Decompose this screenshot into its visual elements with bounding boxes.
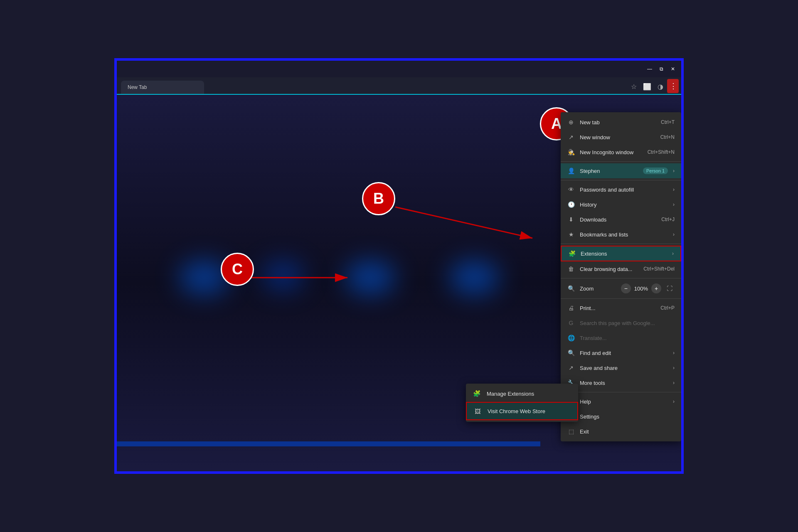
zoom-fullscreen-icon[interactable]: ⛶ (665, 283, 675, 293)
blur-shape-4 (449, 261, 499, 294)
print-icon: 🖨 (567, 304, 575, 312)
main-content: A B C ⊕ New tab Ctrl+T ↗ New window Ctrl… (117, 95, 681, 471)
downloads-shortcut: Ctrl+J (661, 217, 675, 222)
help-label: Help (580, 399, 668, 405)
divider-2 (561, 180, 681, 180)
blur-shape-2 (262, 261, 304, 290)
restore-button[interactable]: ⧉ (657, 65, 665, 73)
bookmarks-arrow-icon: › (673, 232, 675, 237)
search-page-label: Search this page with Google... (580, 320, 675, 326)
incognito-label: New Incognito window (580, 149, 643, 155)
submenu-visit-store[interactable]: 🖼 Visit Chrome Web Store (466, 402, 578, 420)
user-icon[interactable]: ◑ (656, 82, 665, 91)
divider-4 (561, 278, 681, 278)
exit-label: Exit (580, 429, 675, 435)
clear-icon: 🗑 (567, 265, 575, 273)
more-tools-label: More tools (580, 380, 668, 386)
incognito-icon: 🕵 (567, 148, 575, 156)
menu-translate[interactable]: 🌐 Translate... (561, 330, 681, 345)
downloads-label: Downloads (580, 217, 656, 223)
profile-arrow-icon: › (673, 168, 675, 174)
three-dots-button[interactable]: ⋮ (667, 79, 679, 93)
find-edit-arrow-icon: › (673, 350, 675, 356)
extensions-arrow-icon: › (672, 251, 674, 256)
extensions-icon: 🧩 (568, 250, 576, 257)
password-icon: 👁 (567, 186, 575, 193)
passwords-arrow-icon: › (673, 187, 675, 192)
bookmarks-icon: ★ (567, 231, 575, 238)
menu-new-tab[interactable]: ⊕ New tab Ctrl+T (561, 115, 681, 130)
divider-1 (561, 161, 681, 162)
blur-shape-3 (345, 261, 395, 294)
passwords-label: Passwords and autofill (580, 187, 668, 193)
divider-3 (561, 244, 681, 244)
clear-browsing-shortcut: Ctrl+Shift+Del (643, 266, 675, 272)
menu-profile[interactable]: 👤 Stephen Person 1 › (561, 163, 681, 178)
tab-title: New Tab (128, 84, 147, 90)
menu-find-edit[interactable]: 🔍 Find and edit › (561, 345, 681, 360)
zoom-icon: 🔍 (567, 285, 575, 292)
more-tools-arrow-icon: › (673, 380, 675, 386)
help-arrow-icon: › (673, 399, 675, 404)
menu-search-page[interactable]: G Search this page with Google... (561, 315, 681, 330)
annotation-circle-b: B (362, 182, 395, 215)
bookmarks-label: Bookmarks and lists (580, 232, 668, 238)
extension-icon[interactable]: ⬜ (643, 82, 651, 91)
new-window-icon: ↗ (567, 133, 575, 141)
menu-passwords[interactable]: 👁 Passwords and autofill › (561, 182, 681, 197)
menu-help[interactable]: ? Help › (561, 394, 681, 409)
profile-icon: 👤 (567, 167, 575, 175)
manage-extensions-label: Manage Extensions (487, 391, 571, 397)
menu-new-window[interactable]: ↗ New window Ctrl+N (561, 130, 681, 145)
visit-store-label: Visit Chrome Web Store (488, 408, 571, 414)
translate-label: Translate... (580, 335, 675, 341)
translate-icon: 🌐 (567, 334, 575, 342)
incognito-shortcut: Ctrl+Shift+N (648, 149, 675, 155)
title-bar: — ⧉ ✕ (117, 61, 681, 77)
bookmark-icon[interactable]: ☆ (630, 82, 638, 91)
submenu-manage-extensions[interactable]: 🧩 Manage Extensions (466, 385, 578, 402)
menu-save-share[interactable]: ↗ Save and share › (561, 360, 681, 375)
history-icon: 🕐 (567, 201, 575, 208)
zoom-label: Zoom (580, 286, 616, 292)
exit-icon: ⬚ (567, 428, 575, 435)
menu-more-tools[interactable]: 🔧 More tools › (561, 375, 681, 390)
save-share-icon: ↗ (567, 364, 575, 372)
find-edit-label: Find and edit (580, 350, 668, 356)
menu-bookmarks[interactable]: ★ Bookmarks and lists › (561, 227, 681, 242)
annotation-circle-c: C (221, 253, 254, 286)
zoom-in-button[interactable]: + (651, 283, 661, 293)
divider-5 (561, 298, 681, 299)
print-shortcut: Ctrl+P (660, 305, 675, 311)
menu-print[interactable]: 🖨 Print... Ctrl+P (561, 300, 681, 315)
bottom-bar (117, 441, 540, 446)
extensions-submenu: 🧩 Manage Extensions 🖼 Visit Chrome Web S… (466, 384, 578, 422)
history-arrow-icon: › (673, 202, 675, 207)
print-label: Print... (580, 305, 655, 311)
menu-history[interactable]: 🕐 History › (561, 197, 681, 212)
zoom-out-button[interactable]: − (621, 283, 631, 293)
zoom-value: 100% (634, 286, 648, 292)
vertical-dots-icon: ⋮ (670, 82, 676, 90)
web-store-icon: 🖼 (473, 407, 482, 415)
menu-downloads[interactable]: ⬇ Downloads Ctrl+J (561, 212, 681, 227)
browser-window: — ⧉ ✕ New Tab ☆ ⬜ ◑ ⋮ (114, 58, 684, 474)
svg-line-0 (395, 207, 532, 238)
menu-new-incognito[interactable]: 🕵 New Incognito window Ctrl+Shift+N (561, 145, 681, 160)
new-tab-icon: ⊕ (567, 118, 575, 126)
menu-exit[interactable]: ⬚ Exit (561, 424, 681, 439)
menu-settings[interactable]: ⚙ Settings (561, 409, 681, 424)
menu-extensions[interactable]: 🧩 Extensions › 🧩 Manage Extensions 🖼 Vis… (561, 246, 681, 261)
clear-browsing-label: Clear browsing data... (580, 266, 638, 272)
new-tab-label: New tab (580, 119, 656, 126)
browser-tab[interactable]: New Tab (121, 81, 204, 94)
zoom-controls: − 100% + ⛶ (621, 283, 675, 293)
toolbar-icons: ☆ ⬜ ◑ (630, 82, 665, 91)
minimize-button[interactable]: — (645, 65, 654, 73)
close-button[interactable]: ✕ (669, 65, 677, 73)
menu-clear-browsing[interactable]: 🗑 Clear browsing data... Ctrl+Shift+Del (561, 261, 681, 276)
tab-bar: New Tab ☆ ⬜ ◑ ⋮ (117, 77, 681, 95)
google-icon: G (567, 319, 575, 327)
divider-6 (561, 392, 681, 392)
history-label: History (580, 202, 668, 208)
